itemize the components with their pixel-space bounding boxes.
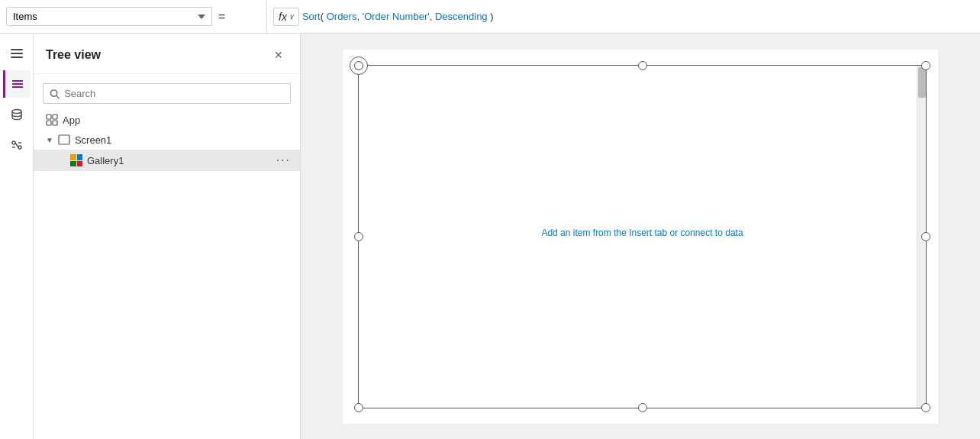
main-content: Tree view ✕ App (0, 34, 980, 439)
tree-item-app-label: App (63, 115, 80, 126)
fx-chevron-icon: ∨ (289, 12, 294, 21)
tree-item-screen1[interactable]: ▼ Screen1 (34, 130, 300, 150)
resize-handle-bottom-mid[interactable] (638, 403, 647, 412)
fx-button[interactable]: fx ∨ (273, 8, 299, 26)
app-icon (46, 114, 58, 126)
search-input-wrapper (43, 83, 291, 104)
svg-rect-12 (53, 115, 57, 119)
gallery-placeholder-text: Add an item from the Insert tab or conne… (526, 211, 758, 253)
tree-item-gallery1-label: Gallery1 (87, 155, 124, 166)
tree-view-title: Tree view (46, 48, 101, 62)
search-input[interactable] (64, 88, 284, 99)
data-svg (10, 108, 24, 121)
formula-comma1: , (356, 11, 362, 22)
screen-icon (58, 134, 70, 146)
variables-icon[interactable] (3, 131, 31, 159)
gallery-icon-cell-4 (77, 161, 83, 167)
gallery-icon-cell-3 (70, 161, 76, 167)
svg-point-3 (12, 110, 21, 114)
canvas-white: Add an item from the Insert tab or conne… (343, 50, 938, 424)
formula-display[interactable]: Sort( Orders, 'Order Number', Descending… (302, 11, 494, 22)
svg-line-6 (15, 143, 18, 147)
search-container (34, 74, 300, 110)
layers-svg (11, 77, 24, 91)
svg-rect-1 (12, 83, 23, 85)
svg-rect-13 (47, 121, 51, 125)
gallery1-more-actions-button[interactable]: ··· (276, 153, 291, 167)
canvas-inner: Add an item from the Insert tab or conne… (301, 34, 980, 439)
formula-comma2: , (430, 11, 435, 22)
svg-rect-2 (12, 86, 23, 88)
tree-item-screen1-label: Screen1 (75, 134, 111, 146)
resize-handle-top-right[interactable] (921, 61, 930, 70)
hamburger-menu-icon[interactable] (3, 40, 31, 67)
svg-rect-14 (53, 121, 57, 125)
formula-orders: Orders (327, 11, 357, 22)
formula-func-sort: Sort (302, 11, 321, 22)
gallery-icon (70, 154, 82, 166)
svg-rect-11 (47, 115, 51, 119)
name-select-container: Items = (0, 0, 267, 33)
tree-item-gallery1[interactable]: Gallery1 ··· (34, 150, 300, 171)
fx-label: fx (279, 11, 287, 23)
gallery-icon-cell-2 (77, 154, 83, 160)
tree-content: App ▼ Screen1 Gallery1 ··· (34, 110, 300, 439)
gallery-scrollbar-thumb (918, 67, 926, 98)
search-icon (50, 89, 60, 99)
hamburger-icon-lines (8, 46, 26, 61)
tree-header: Tree view ✕ (34, 34, 300, 74)
resize-handle-bottom-left[interactable] (354, 403, 363, 412)
formula-paren-open: ( (321, 11, 327, 22)
screen1-chevron-icon: ▼ (46, 136, 53, 144)
top-bar: Items = fx ∨ Sort( Orders, 'Order Number… (0, 0, 980, 34)
gallery-widget[interactable]: Add an item from the Insert tab or conne… (358, 65, 927, 408)
tree-item-app[interactable]: App (34, 110, 300, 130)
svg-point-4 (12, 141, 15, 144)
name-select[interactable]: Items (6, 7, 212, 26)
formula-bar: fx ∨ Sort( Orders, 'Order Number', Desce… (267, 8, 980, 26)
svg-line-10 (56, 95, 59, 98)
equals-sign: = (218, 10, 225, 24)
layers-icon[interactable] (3, 70, 31, 98)
resize-handle-bottom-right[interactable] (921, 403, 930, 412)
data-icon[interactable] (3, 101, 31, 128)
formula-paren-close: ) (488, 11, 494, 22)
tree-view-close-button[interactable]: ✕ (269, 46, 288, 64)
variables-svg (10, 138, 24, 152)
formula-descending: Descending (435, 11, 488, 22)
resize-handle-top-left[interactable] (354, 61, 363, 70)
svg-rect-0 (12, 80, 23, 82)
resize-handle-mid-left[interactable] (354, 232, 363, 241)
resize-handle-mid-right[interactable] (921, 232, 930, 241)
formula-order-number: 'Order Number' (363, 11, 430, 22)
canvas-area: Add an item from the Insert tab or conne… (301, 34, 980, 439)
svg-point-5 (18, 146, 21, 149)
icon-sidebar (0, 34, 34, 439)
gallery-icon-cell-1 (70, 154, 76, 160)
svg-rect-15 (59, 135, 69, 144)
tree-panel: Tree view ✕ App (34, 34, 301, 439)
resize-handle-top-mid[interactable] (638, 61, 647, 70)
